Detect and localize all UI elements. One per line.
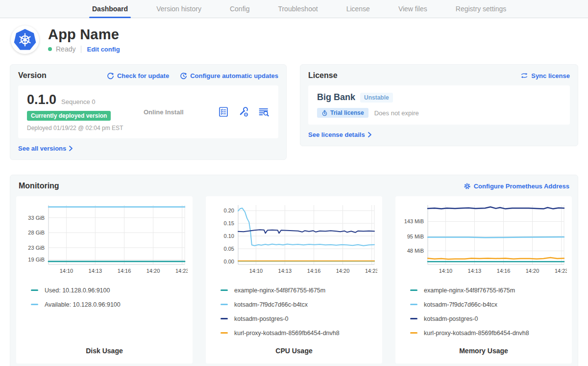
license-name: Big Bank bbox=[317, 92, 355, 103]
schedule-update-icon bbox=[180, 72, 187, 79]
view-deploy-logs-icon[interactable] bbox=[258, 106, 270, 118]
refresh-icon bbox=[107, 72, 114, 79]
tab-registry-settings[interactable]: Registry settings bbox=[456, 0, 506, 18]
svg-text:14:10: 14:10 bbox=[249, 268, 263, 274]
disk-usage-legend: Used: 10.128.0.96:9100Available: 10.128.… bbox=[21, 283, 188, 312]
see-all-versions-link[interactable]: See all versions bbox=[18, 145, 73, 152]
cpu-usage-legend: example-nginx-54f8f76755-l675mkotsadm-7f… bbox=[211, 283, 377, 340]
legend-item: Used: 10.128.0.96:9100 bbox=[31, 283, 188, 297]
svg-text:14:13: 14:13 bbox=[89, 268, 102, 274]
deployed-timestamp: Deployed 01/19/22 @ 02:04 pm EST bbox=[27, 125, 144, 131]
memory-usage-legend: example-nginx-54f8f76755-l675mkotsadm-7f… bbox=[400, 283, 567, 340]
svg-text:14:23: 14:23 bbox=[365, 268, 377, 274]
see-license-details-link[interactable]: See license details bbox=[308, 131, 371, 138]
license-card: Big Bank Unstable Trial license Does not… bbox=[308, 85, 570, 125]
preflight-checks-icon[interactable] bbox=[218, 106, 229, 118]
svg-text:14:20: 14:20 bbox=[526, 268, 539, 274]
trial-license-badge: Trial license bbox=[317, 108, 368, 118]
stopwatch-icon bbox=[321, 110, 328, 116]
svg-text:95 MiB: 95 MiB bbox=[407, 234, 424, 239]
tab-view-files[interactable]: View files bbox=[398, 0, 427, 18]
tab-config[interactable]: Config bbox=[230, 0, 249, 18]
chart-title: Disk Usage bbox=[21, 347, 188, 357]
legend-dash bbox=[410, 289, 417, 291]
version-sequence: Sequence 0 bbox=[61, 98, 95, 105]
disk-usage-card: 14:1014:1314:1614:2014:2333 GiB28 GiB23 … bbox=[16, 196, 193, 364]
license-expiry: Does not expire bbox=[374, 109, 419, 117]
legend-label: kotsadm-postgres-0 bbox=[424, 315, 478, 322]
svg-text:23 GiB: 23 GiB bbox=[28, 245, 45, 251]
legend-label: kotsadm-postgres-0 bbox=[234, 315, 288, 322]
legend-item: kurl-proxy-kotsadm-8569fb6454-dnvh8 bbox=[220, 326, 377, 340]
legend-label: Used: 10.128.0.96:9100 bbox=[45, 287, 110, 294]
legend-dash bbox=[31, 289, 38, 291]
legend-item: example-nginx-54f8f76755-l675m bbox=[410, 283, 567, 297]
legend-item: kotsadm-postgres-0 bbox=[410, 312, 567, 326]
svg-text:143 MiB: 143 MiB bbox=[404, 218, 424, 224]
disk-usage-chart: 14:1014:1314:1614:2014:2333 GiB28 GiB23 … bbox=[21, 201, 188, 277]
license-title: License bbox=[308, 71, 338, 80]
legend-label: example-nginx-54f8f76755-l675m bbox=[424, 287, 515, 294]
svg-text:14:13: 14:13 bbox=[278, 268, 292, 274]
monitoring-title: Monitoring bbox=[19, 182, 59, 190]
cpu-usage-chart: 14:1014:1314:1614:2014:230.200.150.100.0… bbox=[211, 201, 377, 277]
svg-text:14:16: 14:16 bbox=[497, 268, 511, 274]
app-logo bbox=[11, 26, 39, 54]
chevron-right-icon bbox=[69, 146, 73, 151]
svg-text:19 GiB: 19 GiB bbox=[28, 257, 45, 262]
svg-text:14:10: 14:10 bbox=[60, 268, 74, 274]
legend-item: kotsadm-7f9dc7d66c-b4tcx bbox=[410, 297, 567, 312]
legend-dash bbox=[410, 318, 417, 319]
legend-label: kotsadm-7f9dc7d66c-b4tcx bbox=[424, 301, 497, 308]
install-type: Online Install bbox=[144, 108, 218, 116]
svg-text:33 GiB: 33 GiB bbox=[28, 215, 45, 221]
legend-item: kotsadm-7f9dc7d66c-b4tcx bbox=[220, 297, 377, 312]
svg-text:14:13: 14:13 bbox=[468, 268, 482, 274]
deployed-badge: Currently deployed version bbox=[27, 111, 111, 121]
legend-item: example-nginx-54f8f76755-l675m bbox=[220, 283, 377, 297]
svg-text:0.05: 0.05 bbox=[224, 246, 234, 252]
legend-label: kotsadm-7f9dc7d66c-b4tcx bbox=[234, 301, 308, 308]
svg-text:0.00: 0.00 bbox=[224, 259, 234, 264]
status-dot bbox=[48, 47, 52, 51]
version-number: 0.1.0 bbox=[27, 92, 56, 107]
gear-icon bbox=[464, 183, 471, 190]
svg-text:14:23: 14:23 bbox=[555, 268, 567, 274]
edit-config-link[interactable]: Edit config bbox=[87, 46, 120, 53]
monitoring-panel: Monitoring Configure Prometheus Address … bbox=[10, 175, 578, 366]
kubernetes-icon bbox=[14, 28, 36, 51]
tab-troubleshoot[interactable]: Troubleshoot bbox=[278, 0, 318, 18]
configure-automatic-updates-link[interactable]: Configure automatic updates bbox=[180, 72, 278, 79]
legend-label: Available: 10.128.0.96:9100 bbox=[45, 301, 121, 308]
svg-text:14:20: 14:20 bbox=[147, 268, 160, 274]
chevron-right-icon bbox=[368, 132, 371, 137]
legend-dash bbox=[410, 332, 417, 334]
legend-item: kurl-proxy-kotsadm-8569fb6454-dnvh8 bbox=[410, 326, 567, 340]
svg-text:28 GiB: 28 GiB bbox=[28, 230, 45, 235]
tab-version-history[interactable]: Version history bbox=[156, 0, 201, 18]
chart-title: Memory Usage bbox=[400, 347, 567, 357]
legend-dash bbox=[220, 304, 228, 305]
tab-license[interactable]: License bbox=[346, 0, 370, 18]
legend-item: kotsadm-postgres-0 bbox=[220, 312, 377, 326]
configure-prometheus-link[interactable]: Configure Prometheus Address bbox=[464, 183, 569, 190]
legend-dash bbox=[410, 304, 417, 305]
channel-badge: Unstable bbox=[360, 93, 393, 103]
svg-text:48 MiB: 48 MiB bbox=[407, 248, 424, 254]
legend-dash bbox=[220, 332, 228, 334]
license-panel: License Sync license Big Bank Unstable bbox=[300, 64, 578, 146]
legend-dash bbox=[220, 318, 228, 319]
legend-dash bbox=[31, 304, 38, 305]
app-status: Ready bbox=[56, 45, 75, 53]
divider bbox=[81, 46, 81, 53]
legend-item: Available: 10.128.0.96:9100 bbox=[31, 297, 188, 312]
memory-usage-card: 14:1014:1314:1614:2014:23143 MiB95 MiB48… bbox=[395, 196, 572, 364]
sync-license-link[interactable]: Sync license bbox=[520, 72, 570, 79]
cpu-usage-card: 14:1014:1314:1614:2014:230.200.150.100.0… bbox=[206, 196, 382, 364]
svg-text:14:23: 14:23 bbox=[175, 268, 188, 274]
check-for-update-link[interactable]: Check for update bbox=[107, 72, 169, 79]
edit-config-icon[interactable] bbox=[238, 106, 249, 118]
svg-text:0.20: 0.20 bbox=[224, 208, 234, 213]
tab-dashboard[interactable]: Dashboard bbox=[92, 0, 128, 18]
svg-text:14:16: 14:16 bbox=[118, 268, 131, 274]
